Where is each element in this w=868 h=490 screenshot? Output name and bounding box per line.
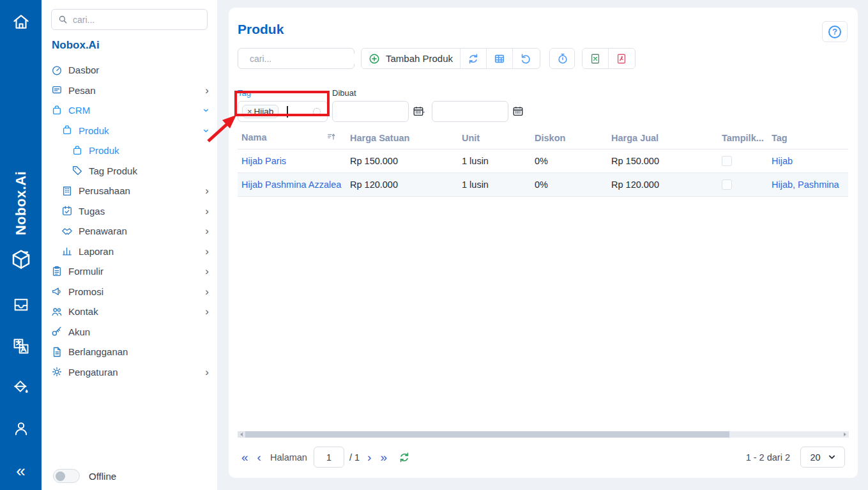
prev-page-button[interactable]: ‹ [257, 451, 261, 463]
main-area: Produk ? Tambah Produk [217, 0, 868, 490]
toolbar-group-main: Tambah Produk [361, 48, 540, 69]
last-page-button[interactable]: » [380, 451, 387, 463]
sort-icon[interactable] [327, 132, 336, 143]
sidebar-search-input[interactable] [73, 15, 201, 25]
chevron-right-icon: › [205, 306, 209, 317]
horizontal-scrollbar[interactable] [238, 431, 849, 438]
sidebar-item-tugas[interactable]: Tugas › [51, 201, 209, 222]
tag-link[interactable]: Hijab, Pashmina [772, 180, 839, 190]
refresh-icon [399, 452, 410, 463]
rail-brand-vertical: Nobox.Ai [13, 171, 29, 236]
history-icon [557, 53, 568, 65]
add-product-button[interactable]: Tambah Produk [362, 49, 460, 68]
sidebar-item-produk-group[interactable]: Produk › [51, 121, 209, 141]
refresh-table-button[interactable] [399, 452, 410, 463]
sidebar-item-promosi[interactable]: Promosi › [51, 282, 209, 302]
sidebar-item-pengaturan[interactable]: Pengaturan › [51, 362, 209, 383]
chevron-down-icon: › [202, 128, 213, 132]
user-icon[interactable] [12, 420, 30, 438]
nobox-logo-icon[interactable] [10, 248, 33, 271]
tag-chip-hijab[interactable]: × Hijab [242, 105, 278, 118]
sidebar-item-laporan[interactable]: Laporan › [51, 241, 209, 262]
sidebar: Nobox.Ai Dasbor Pesan › CRM › Produk › P… [42, 0, 217, 490]
export-excel-icon [590, 53, 601, 65]
chevron-right-icon: › [205, 367, 209, 378]
inbox-icon[interactable] [12, 296, 30, 314]
toggle-knob [56, 471, 65, 481]
export-excel-button[interactable] [582, 49, 608, 68]
sidebar-item-tag-produk[interactable]: Tag Produk [51, 161, 209, 181]
date-to-input[interactable] [432, 101, 508, 122]
sidebar-item-akun[interactable]: Akun [51, 322, 209, 342]
col-nama[interactable]: Nama [238, 126, 346, 149]
chip-remove-icon[interactable]: × [247, 107, 252, 116]
help-button[interactable]: ? [822, 21, 848, 42]
paint-bucket-icon[interactable] [12, 378, 30, 396]
table-view-button[interactable] [486, 49, 512, 68]
col-tag[interactable]: Tag [768, 126, 848, 149]
cell-diskon: 0% [531, 173, 607, 197]
sidebar-item-perusahaan[interactable]: Perusahaan › [51, 181, 209, 201]
tampilkan-checkbox[interactable] [722, 180, 732, 190]
chevron-down-icon: › [202, 109, 213, 112]
table-search-input[interactable] [250, 54, 365, 64]
col-harga-jual[interactable]: Harga Jual [607, 126, 718, 149]
cell-unit: 1 lusin [458, 149, 531, 173]
page-size-select[interactable]: 20 [800, 447, 845, 468]
sidebar-item-kontak[interactable]: Kontak › [51, 302, 209, 322]
scrollbar-thumb[interactable] [245, 431, 729, 438]
sidebar-item-dasbor[interactable]: Dasbor [51, 60, 209, 80]
table-view-icon [494, 53, 505, 65]
col-unit[interactable]: Unit [458, 126, 531, 149]
pagination-bar: « ‹ Halaman / 1 › » 1 - 2 dari 2 20 [241, 447, 845, 468]
building-icon [61, 185, 73, 197]
first-page-button[interactable]: « [241, 451, 248, 463]
history-button[interactable] [550, 49, 575, 68]
sidebar-item-produk[interactable]: Produk [51, 141, 209, 161]
translate-icon[interactable] [12, 337, 30, 355]
tag-filter-input[interactable]: × Hijab [238, 101, 328, 122]
page-number-input[interactable] [314, 447, 344, 468]
table-row: Hijab Paris Rp 150.000 1 lusin 0% Rp 150… [238, 149, 848, 173]
col-tampilkan[interactable]: Tampilk... [718, 126, 768, 149]
date-from-input[interactable] [332, 101, 409, 122]
people-icon [51, 306, 63, 318]
undo-icon [520, 53, 531, 65]
sidebar-item-crm[interactable]: CRM › [51, 100, 209, 121]
scroll-right-arrow[interactable] [841, 431, 849, 438]
message-icon [51, 84, 63, 96]
home-icon[interactable] [11, 13, 31, 32]
calendar-icon[interactable] [512, 105, 524, 117]
scroll-left-arrow[interactable] [238, 431, 245, 438]
col-diskon[interactable]: Diskon [531, 126, 607, 149]
collapse-sidebar-icon[interactable]: « [16, 461, 25, 481]
tampilkan-checkbox[interactable] [722, 156, 732, 166]
undo-button[interactable] [512, 49, 538, 68]
export-pdf-icon [616, 53, 627, 65]
sidebar-item-berlangganan[interactable]: Berlangganan [51, 342, 209, 362]
sidebar-item-formulir[interactable]: Formulir › [51, 261, 209, 282]
col-harga-satuan[interactable]: Harga Satuan [346, 126, 458, 149]
toolbar-group-export [582, 48, 636, 69]
tag-link[interactable]: Hijab [772, 156, 793, 166]
chevron-right-icon: › [205, 206, 209, 217]
bag-icon [51, 105, 63, 116]
sidebar-item-penawaran[interactable]: Penawaran › [51, 221, 209, 241]
sidebar-brand: Nobox.Ai [52, 39, 100, 52]
chevron-right-icon: › [205, 246, 209, 257]
sidebar-search[interactable] [51, 9, 208, 30]
table-search[interactable] [238, 48, 354, 69]
sidebar-item-pesan[interactable]: Pesan › [51, 80, 209, 101]
product-link[interactable]: Hijab Paris [241, 156, 286, 166]
refresh-button[interactable] [460, 49, 486, 68]
refresh-icon [468, 53, 479, 65]
table-row: Hijab Pashmina Azzalea Rp 120.000 1 lusi… [238, 173, 848, 197]
export-pdf-button[interactable] [608, 49, 634, 68]
cell-harga-jual: Rp 150.000 [607, 149, 718, 173]
product-link[interactable]: Hijab Pashmina Azzalea [241, 180, 341, 190]
next-page-button[interactable]: › [367, 451, 371, 463]
chevron-right-icon: › [205, 185, 209, 196]
date-range-separator: - [422, 107, 425, 116]
plus-circle-icon [369, 53, 380, 65]
offline-toggle[interactable] [53, 469, 80, 483]
